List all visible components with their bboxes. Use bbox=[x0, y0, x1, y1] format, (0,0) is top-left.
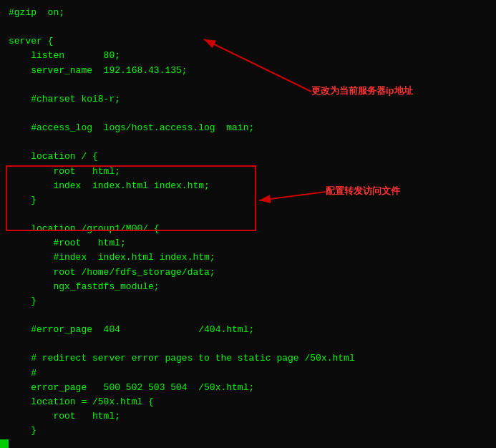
code-line: #charset koi8-r; bbox=[9, 92, 487, 107]
code-line: location /group1/M00/ { bbox=[9, 222, 487, 236]
code-line: error_page 500 502 503 504 /50x.html; bbox=[9, 381, 487, 395]
code-line: server_name 192.168.43.135; bbox=[9, 64, 487, 78]
code-line: #error_page 404 /404.html; bbox=[9, 323, 487, 337]
code-line: } bbox=[9, 294, 487, 308]
code-line bbox=[9, 337, 487, 351]
code-line: ngx_fastdfs_module; bbox=[9, 280, 487, 294]
code-line: listen 80; bbox=[9, 49, 487, 63]
code-line: #index index.html index.htm; bbox=[9, 250, 487, 265]
code-line: #root html; bbox=[9, 236, 487, 250]
code-line: } bbox=[9, 193, 487, 208]
code-line: location / { bbox=[9, 150, 487, 164]
code-line: # bbox=[9, 366, 487, 381]
code-line: } bbox=[9, 424, 487, 438]
status-indicator bbox=[0, 439, 9, 448]
code-line: #gzip on; bbox=[9, 6, 487, 20]
code-line: #access_log logs/host.access.log main; bbox=[9, 121, 487, 135]
code-line bbox=[9, 208, 487, 222]
code-line bbox=[9, 308, 487, 323]
code-line: root html; bbox=[9, 165, 487, 179]
code-line bbox=[9, 135, 487, 150]
code-line: index index.html index.htm; bbox=[9, 179, 487, 193]
code-line: server { bbox=[9, 34, 487, 49]
code-line bbox=[9, 438, 487, 448]
code-area: #gzip on; server { listen 80; server_nam… bbox=[0, 0, 496, 448]
code-line: root html; bbox=[9, 409, 487, 424]
code-line bbox=[9, 78, 487, 92]
code-line bbox=[9, 107, 487, 121]
code-line: # redirect server error pages to the sta… bbox=[9, 351, 487, 366]
code-line bbox=[9, 20, 487, 34]
code-line: location = /50x.html { bbox=[9, 395, 487, 409]
code-line: root /home/fdfs_storage/data; bbox=[9, 266, 487, 280]
